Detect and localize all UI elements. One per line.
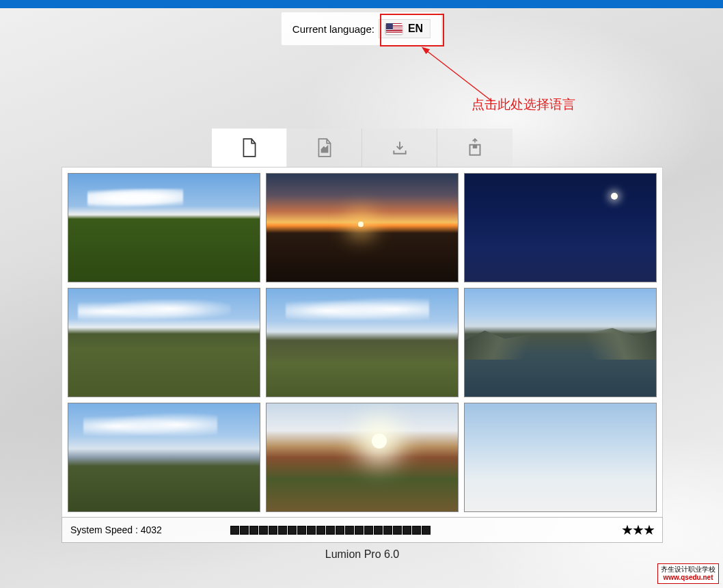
speed-bar-segment (355, 526, 364, 535)
language-panel: Current language: EN (282, 12, 441, 45)
speed-bar-segment (374, 526, 383, 535)
language-code: EN (408, 23, 423, 35)
scene-thumbnail[interactable] (68, 403, 260, 512)
new-file-icon (241, 137, 258, 158)
save-icon (466, 137, 484, 158)
tab-bar (62, 129, 663, 167)
speed-bar-segment (364, 526, 373, 535)
speed-bar-segment (345, 526, 354, 535)
scene-thumbnail[interactable] (68, 173, 260, 282)
speed-bar-segment (278, 526, 287, 535)
system-speed-label: System Speed : 4032 (70, 524, 162, 535)
scene-thumbnail[interactable] (464, 288, 657, 397)
speed-bar-segment (297, 526, 306, 535)
speed-bar-segment (393, 526, 402, 535)
speed-bar-segment (403, 526, 411, 535)
open-file-icon (316, 137, 333, 158)
scene-thumbnail[interactable] (266, 173, 459, 282)
language-label: Current language: (292, 23, 374, 35)
scene-grid-container (62, 167, 663, 518)
tab-new[interactable] (212, 129, 287, 167)
scene-thumbnail[interactable] (266, 288, 459, 397)
tab-load[interactable] (362, 129, 437, 167)
watermark-line1: 齐生设计职业学校 (661, 565, 715, 574)
speed-bar-segment (269, 526, 277, 535)
scene-thumbnail[interactable] (464, 403, 657, 512)
speed-bar-segment (288, 526, 297, 535)
tab-open[interactable] (287, 129, 362, 167)
speed-bar-segment (336, 526, 344, 535)
footer: System Speed : 4032 ★★★ Lumion Pro 6.0 (62, 517, 663, 561)
speed-bar-segment (259, 526, 268, 535)
top-bar (0, 0, 723, 8)
main-area (62, 129, 663, 518)
language-selector-button[interactable]: EN (379, 19, 431, 38)
rating-stars: ★★★ (621, 522, 654, 538)
speed-bar-segment (240, 526, 249, 535)
speed-bar-segment (249, 526, 258, 535)
footer-status-row: System Speed : 4032 ★★★ (62, 517, 663, 543)
system-speed-bars (230, 526, 431, 535)
scene-thumbnail[interactable] (68, 288, 260, 397)
speed-bar-segment (307, 526, 316, 535)
speed-bar-segment (422, 526, 431, 535)
tab-save[interactable] (437, 129, 513, 167)
scene-thumbnail[interactable] (266, 403, 459, 512)
speed-bar-segment (412, 526, 421, 535)
watermark-line2: www.qsedu.net (661, 574, 715, 582)
flag-us-icon (386, 23, 403, 34)
app-title: Lumion Pro 6.0 (62, 548, 663, 561)
scene-thumbnail[interactable] (464, 173, 657, 282)
speed-bar-segment (383, 526, 392, 535)
speed-bar-segment (230, 526, 239, 535)
speed-bar-segment (326, 526, 335, 535)
speed-bar-segment (316, 526, 325, 535)
scene-grid (68, 173, 657, 512)
watermark: 齐生设计职业学校 www.qsedu.net (657, 563, 719, 584)
svg-rect-2 (473, 145, 477, 148)
load-icon (391, 137, 409, 158)
